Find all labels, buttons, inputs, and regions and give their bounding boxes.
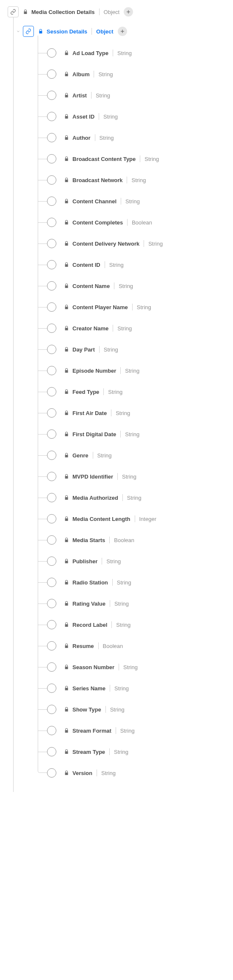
tree-leaf-node[interactable]: Content CompletesBoolean	[0, 212, 233, 233]
field-label: Feed Type	[72, 389, 99, 395]
tree-leaf-node[interactable]: Show TypeString	[0, 699, 233, 720]
lock-icon	[64, 220, 69, 225]
tree-node-media-collection-details[interactable]: Media Collection Details Object	[0, 4, 233, 19]
tree-leaf-node[interactable]: Content Delivery NetworkString	[0, 233, 233, 254]
tree-connector	[38, 434, 47, 435]
field-type-circle	[47, 535, 56, 545]
tree-leaf-node[interactable]: Episode NumberString	[0, 360, 233, 381]
field-type: String	[98, 71, 113, 78]
field-label: Media Starts	[72, 537, 105, 543]
field-label: Season Number	[72, 664, 114, 670]
tree-leaf-node[interactable]: First Air DateString	[0, 402, 233, 424]
lock-icon	[64, 135, 69, 140]
link-icon	[25, 28, 31, 34]
field-type-circle	[47, 620, 56, 629]
lock-icon	[64, 326, 69, 331]
field-type: String	[117, 50, 132, 56]
tree-connector	[38, 180, 47, 180]
tree-connector	[38, 752, 47, 752]
tree-connector	[38, 519, 47, 519]
tree-leaf-node[interactable]: VersionString	[0, 762, 233, 783]
tree-leaf-node[interactable]: AlbumString	[0, 64, 233, 85]
tree-leaf-node[interactable]: Content IDString	[0, 254, 233, 275]
field-label: MVPD Identifier	[72, 473, 113, 480]
field-type: String	[116, 410, 130, 416]
tree-leaf-node[interactable]: Season NumberString	[0, 656, 233, 678]
tree-leaf-node[interactable]: MVPD IdentifierString	[0, 466, 233, 487]
field-type: Boolean	[114, 537, 134, 543]
tree-leaf-node[interactable]: Rating ValueString	[0, 593, 233, 614]
lock-icon	[64, 389, 69, 394]
separator	[119, 664, 119, 670]
tree-leaf-node[interactable]: Content NameString	[0, 275, 233, 296]
tree-leaf-node[interactable]: Creator NameString	[0, 318, 233, 339]
field-type-circle	[47, 218, 56, 227]
tree-leaf-node[interactable]: Series NameString	[0, 678, 233, 699]
lock-icon	[64, 156, 69, 161]
tree-leaf-node[interactable]: Stream TypeString	[0, 741, 233, 762]
separator	[120, 367, 121, 374]
separator	[114, 282, 114, 289]
field-type-circle	[47, 197, 56, 206]
separator	[95, 134, 95, 141]
field-type: String	[108, 389, 122, 395]
add-field-button[interactable]	[118, 27, 127, 36]
tree-leaf-node[interactable]: Broadcast Content TypeString	[0, 148, 233, 169]
tree-leaf-node[interactable]: ResumeBoolean	[0, 635, 233, 656]
tree-leaf-node[interactable]: Record LabelString	[0, 614, 233, 635]
field-type: String	[137, 304, 151, 310]
add-field-button[interactable]	[124, 7, 133, 17]
tree-leaf-node[interactable]: Media Content LengthInteger	[0, 508, 233, 529]
field-type-circle	[47, 366, 56, 375]
field-type-circle	[47, 662, 56, 672]
tree-leaf-node[interactable]: PublisherString	[0, 551, 233, 572]
tree-leaf-node[interactable]: Broadcast NetworkString	[0, 169, 233, 191]
tree-leaf-node[interactable]: Media StartsBoolean	[0, 529, 233, 551]
tree-leaf-node[interactable]: Radio StationString	[0, 572, 233, 593]
field-label: First Air Date	[72, 410, 107, 416]
field-type: String	[117, 325, 132, 332]
tree-connector	[38, 392, 47, 392]
lock-icon	[64, 559, 69, 564]
tree-connector	[38, 328, 47, 329]
field-type: String	[119, 283, 133, 289]
tree-node-session-details[interactable]: Session Details Object	[0, 24, 233, 39]
tree-leaf-node[interactable]: Ad Load TypeString	[0, 42, 233, 64]
tree-connector	[38, 604, 47, 604]
field-type: String	[100, 135, 114, 141]
tree-connector	[38, 731, 47, 731]
field-type-circle	[47, 514, 56, 523]
object-icon-box	[8, 6, 19, 17]
lock-icon	[64, 262, 69, 267]
tree-leaf-node[interactable]: Day PartString	[0, 339, 233, 360]
chevron-down-icon[interactable]	[16, 29, 20, 33]
field-label: Author	[72, 135, 91, 141]
tree-leaf-node[interactable]: Content Player NameString	[0, 296, 233, 318]
tree-leaf-node[interactable]: GenreString	[0, 445, 233, 466]
lock-icon	[64, 114, 69, 119]
field-type-circle	[47, 472, 56, 481]
field-type-circle	[47, 493, 56, 502]
tree-leaf-node[interactable]: Media AuthorizedString	[0, 487, 233, 508]
lock-icon	[64, 537, 69, 543]
tree-leaf-node[interactable]: Stream FormatString	[0, 720, 233, 741]
field-type: String	[131, 177, 146, 183]
field-type-circle	[47, 281, 56, 291]
tree-connector	[38, 709, 47, 710]
lock-icon	[64, 770, 69, 775]
separator	[110, 600, 110, 607]
field-label: Content Channel	[72, 198, 116, 205]
tree-leaf-node[interactable]: ArtistString	[0, 85, 233, 106]
separator	[117, 473, 118, 480]
field-label: Publisher	[72, 558, 97, 565]
lock-icon	[64, 622, 69, 627]
lock-icon	[64, 601, 69, 606]
tree-leaf-node[interactable]: First Digital DateString	[0, 424, 233, 445]
tree-leaf-node[interactable]: Asset IDString	[0, 106, 233, 127]
field-type: String	[114, 685, 129, 692]
tree-leaf-node[interactable]: AuthorString	[0, 127, 233, 148]
separator	[99, 346, 100, 353]
tree-leaf-node[interactable]: Feed TypeString	[0, 381, 233, 402]
tree-leaf-node[interactable]: Content ChannelString	[0, 191, 233, 212]
field-label: Episode Number	[72, 368, 116, 374]
